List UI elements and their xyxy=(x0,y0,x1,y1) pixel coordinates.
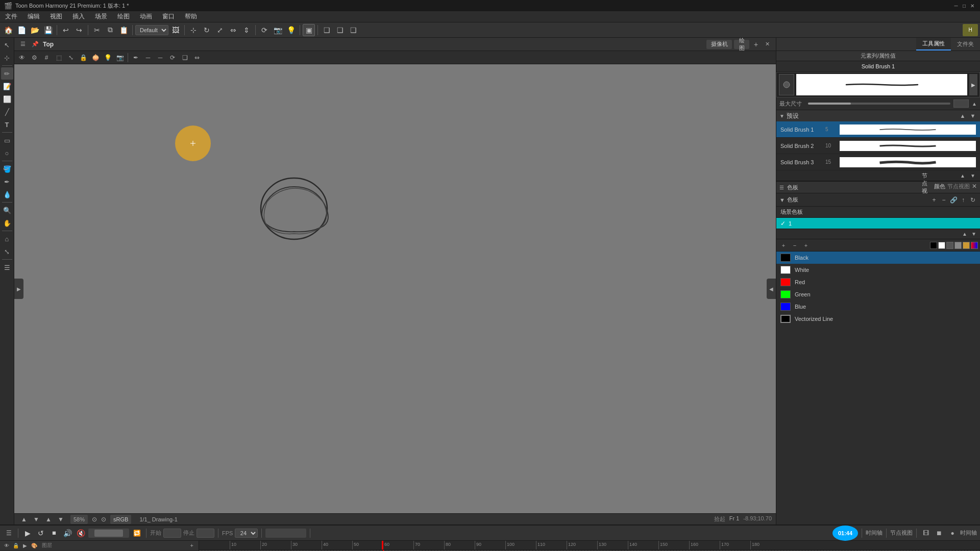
dropper-tool-btn[interactable]: 💧 xyxy=(1,188,13,201)
tl-loop-btn[interactable]: 🔁 xyxy=(131,528,142,539)
tl-progress-bar[interactable] xyxy=(88,529,129,538)
tab-tool-properties[interactable]: 工具属性 xyxy=(916,38,951,51)
onion3-btn[interactable]: ❑ xyxy=(347,24,359,36)
rigging-tool-btn[interactable]: ⤡ xyxy=(1,245,13,258)
onion-btn[interactable]: ❑ xyxy=(321,24,333,36)
tl-flip-btn[interactable]: ↺ xyxy=(35,528,46,539)
vp-nav-left2[interactable]: ▲ xyxy=(43,514,54,525)
menu-insert[interactable]: 插入 xyxy=(67,11,90,22)
vp-safe-btn[interactable]: ⬚ xyxy=(53,52,64,63)
color-white[interactable]: White xyxy=(776,264,980,276)
zoom-tool-btn[interactable]: 🔍 xyxy=(1,204,13,216)
tl-collapse-icon[interactable]: ▶ xyxy=(21,542,29,549)
select-tool-btn[interactable]: ↖ xyxy=(1,39,13,51)
tl-art-icon[interactable]: 🎨 xyxy=(31,542,38,549)
swatch-black[interactable] xyxy=(930,242,937,249)
vp-eye-btn[interactable]: 👁 xyxy=(16,52,28,63)
circle-tool-btn[interactable]: ○ xyxy=(1,147,13,159)
color-collapse-btn[interactable]: ▼ xyxy=(779,197,785,203)
vp-bottom-icon2[interactable]: ⊙ xyxy=(101,516,106,523)
vp-nav-up[interactable]: ▲ xyxy=(18,514,30,525)
brush-item-1[interactable]: Solid Brush 1 5 xyxy=(776,121,980,138)
color-add-color-btn[interactable]: + xyxy=(778,240,789,251)
minimize-button[interactable]: ─ xyxy=(952,2,960,9)
color-palette-nav1[interactable]: ↑ xyxy=(959,196,967,204)
vp-lock-btn[interactable]: 🔒 xyxy=(78,52,89,63)
expand-viewport-btn[interactable]: + xyxy=(751,40,761,49)
color-palette-btn[interactable]: + xyxy=(801,240,811,251)
vp-erase-btn[interactable]: ─ xyxy=(142,52,154,63)
viewport-menu-btn[interactable]: ☰ xyxy=(18,40,28,49)
color-del-color-btn[interactable]: − xyxy=(790,240,800,251)
brush-tool-btn[interactable]: ✏ xyxy=(1,67,13,80)
color-tab-btn[interactable]: 颜色 xyxy=(934,183,945,192)
onion2-btn[interactable]: ❑ xyxy=(334,24,346,36)
swatch-gradient[interactable] xyxy=(971,242,978,249)
tl-stop-btn[interactable]: ⏹ xyxy=(48,528,60,539)
harmony-logo-btn[interactable]: H xyxy=(963,24,978,36)
color-node-view-label[interactable]: 节点视图 xyxy=(947,183,970,192)
eraser-tool-btn[interactable]: ⬜ xyxy=(1,93,13,105)
canvas-container[interactable]: ◀ ▶ xyxy=(14,64,776,513)
camera-view-btn[interactable]: 摄像机 xyxy=(706,40,732,49)
deform-tool-btn[interactable]: ⌂ xyxy=(1,233,13,245)
brush-item-2[interactable]: Solid Brush 2 10 xyxy=(776,138,980,154)
drawing-view-btn[interactable]: 绘图 xyxy=(734,40,749,49)
tl-record-btn[interactable]: ● xyxy=(947,528,958,539)
cut-btn[interactable]: ✂ xyxy=(91,24,103,36)
color-black[interactable]: Black xyxy=(776,252,980,264)
vp-pen-btn[interactable]: ✒ xyxy=(130,52,141,63)
color-palette-refresh[interactable]: ↻ xyxy=(969,196,977,204)
paste-btn[interactable]: 📋 xyxy=(117,24,130,36)
vp-camera-btn[interactable]: 📷 xyxy=(114,52,126,63)
zoom-display[interactable]: 58% xyxy=(70,515,88,524)
palette-nav-up[interactable]: ▲ xyxy=(961,230,969,238)
line-tool-btn[interactable]: ╱ xyxy=(1,106,13,118)
close-viewport-btn[interactable]: ✕ xyxy=(763,40,772,49)
rect-tool-btn[interactable]: ▭ xyxy=(1,134,13,146)
vp-nav-right2[interactable]: ▼ xyxy=(55,514,66,525)
brush-action-up[interactable]: ▲ xyxy=(959,112,967,120)
swatch-lgray[interactable] xyxy=(954,242,962,249)
home-icon[interactable]: 🏠 xyxy=(2,24,14,36)
pencil-tool-btn[interactable]: 📝 xyxy=(1,80,13,92)
color-close-btn[interactable]: ✕ xyxy=(972,183,977,192)
color-add-btn[interactable]: + xyxy=(930,196,938,204)
max-size-up-btn[interactable]: ▲ xyxy=(972,101,977,107)
scale-btn[interactable]: ⤢ xyxy=(214,24,226,36)
tl-add-track-btn[interactable]: + xyxy=(190,542,193,548)
open-btn[interactable]: 📂 xyxy=(29,24,41,36)
paint-tool-btn[interactable]: 🪣 xyxy=(1,163,13,175)
menu-help[interactable]: 帮助 xyxy=(180,11,202,22)
flip-h-btn[interactable]: ⇔ xyxy=(227,24,239,36)
vp-onion-btn[interactable]: 🧅 xyxy=(90,52,101,63)
tl-eye-icon[interactable]: 👁 xyxy=(3,542,10,549)
undo-btn[interactable]: ↩ xyxy=(60,24,72,36)
peg-btn[interactable]: ⟳ xyxy=(258,24,271,36)
menu-animate[interactable]: 动画 xyxy=(135,11,157,22)
vp-transform2-btn[interactable]: ⟳ xyxy=(167,52,178,63)
color-link-btn[interactable]: 🔗 xyxy=(949,196,958,204)
close-button[interactable]: ✕ xyxy=(969,2,976,9)
light-btn[interactable]: 💡 xyxy=(285,24,297,36)
palette-nav-down[interactable]: ▼ xyxy=(970,230,978,238)
brush-action-down[interactable]: ▼ xyxy=(969,112,977,120)
vp-nav-down[interactable]: ▼ xyxy=(31,514,42,525)
menu-scene[interactable]: 场景 xyxy=(90,11,112,22)
vp-gear-btn[interactable]: ⚙ xyxy=(29,52,40,63)
ink-tool-btn[interactable]: ✒ xyxy=(1,176,13,188)
color-node-view-btn[interactable]: 节点视图 xyxy=(922,183,932,192)
transform-tool-btn[interactable]: ⊹ xyxy=(1,52,13,64)
tl-film-btn[interactable]: 🎞 xyxy=(920,528,932,539)
save-btn[interactable]: 💾 xyxy=(42,24,54,36)
tl-stop-input[interactable]: 60 xyxy=(197,529,214,538)
tl-start-input[interactable]: 1 xyxy=(163,529,181,538)
color-remove-btn[interactable]: − xyxy=(940,196,948,204)
copy-btn[interactable]: ⧉ xyxy=(104,24,116,36)
color-blue[interactable]: Blue xyxy=(776,300,980,313)
pan-tool-btn[interactable]: ✋ xyxy=(1,217,13,229)
maximize-button[interactable]: □ xyxy=(961,2,968,9)
tl-lock-icon[interactable]: 🔒 xyxy=(12,542,19,549)
tl-stop2-btn[interactable]: ⏹ xyxy=(934,528,945,539)
vp-grid-btn[interactable]: # xyxy=(41,52,52,63)
